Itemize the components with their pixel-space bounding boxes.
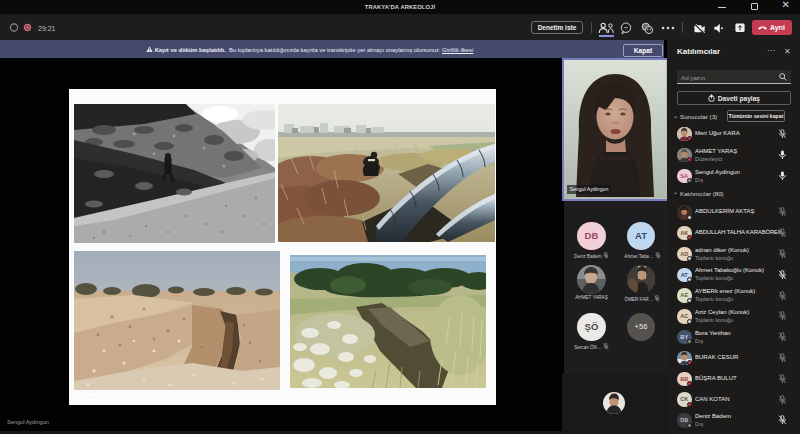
svg-text:29:21: 29:21: [38, 25, 56, 32]
